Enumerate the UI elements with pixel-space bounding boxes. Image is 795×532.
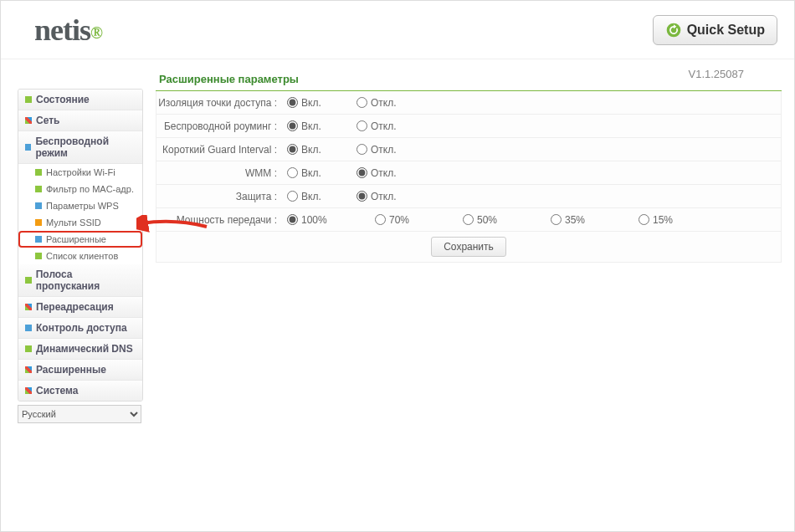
menu-icon [25,117,32,124]
radio-power[interactable]: 70% [375,214,429,226]
sidebar-item[interactable]: Полоса пропускания [18,264,142,297]
radio-power[interactable]: 15% [639,214,693,226]
menu-label: Состояние [36,94,90,105]
radio-off[interactable]: Откл. [356,120,411,132]
field-label: Мощность передачи : [156,214,282,226]
sidebar-subitem[interactable]: Фильтр по MAC-адр. [18,181,142,197]
radio-on[interactable]: Вкл. [287,120,341,132]
menu-label: Полоса пропускания [36,269,136,292]
quick-setup-button[interactable]: Quick Setup [653,15,777,45]
content-panel: Расширенные параметры Изоляция точки дос… [143,59,794,531]
menu-icon [35,219,42,226]
menu-label: Сеть [36,115,59,126]
sidebar-item[interactable]: Динамический DNS [18,339,142,360]
menu-icon [35,202,42,209]
radio-power[interactable]: 50% [463,214,517,226]
field-label: Изоляция точки доступа : [156,97,282,109]
menu-icon [25,96,32,103]
menu-icon [25,325,32,331]
radio-on[interactable]: Вкл. [287,144,341,156]
sidebar-item[interactable]: Контроль доступа [18,318,142,339]
sidebar-subitem[interactable]: Список клиентов [18,248,142,264]
field-label: WMM : [156,167,282,179]
save-button[interactable]: Сохранить [431,237,506,257]
menu-label: Расширенные [36,364,106,376]
sidebar-item[interactable]: Расширенные [18,360,142,381]
menu-icon [35,253,42,259]
brand-logo: netis® [34,13,102,48]
radio-off[interactable]: Откл. [356,97,411,109]
radio-power[interactable]: 35% [551,214,605,226]
sidebar-subitem[interactable]: Мульти SSID [18,214,142,231]
sidebar: СостояниеСетьБеспроводной режимНастройки… [1,59,143,531]
radio-off[interactable]: Откл. [356,191,411,202]
version-text: V1.1.25087 [688,68,744,80]
field-label: Защита : [156,191,282,202]
menu-icon [25,366,32,373]
radio-on[interactable]: Вкл. [287,167,341,179]
menu-icon [35,236,42,243]
sidebar-item[interactable]: Состояние [18,90,142,110]
submenu-label: Мульти SSID [46,217,101,228]
sidebar-item[interactable]: Система [18,381,142,401]
menu-icon [25,144,31,151]
submenu-label: Настройки Wi-Fi [46,167,115,177]
menu-label: Беспроводной режим [35,136,136,159]
sidebar-item[interactable]: Сеть [18,110,142,131]
sidebar-subitem[interactable]: Настройки Wi-Fi [18,164,142,181]
menu-label: Система [36,385,79,396]
radio-off[interactable]: Откл. [356,167,411,179]
sidebar-subitem[interactable]: Расширенные [18,231,142,248]
radio-on[interactable]: Вкл. [287,191,341,202]
sidebar-item[interactable]: Беспроводной режим [18,131,142,164]
field-label: Беспроводной роуминг : [156,120,282,132]
language-select[interactable]: Русский [18,405,141,423]
menu-icon [25,277,32,284]
radio-off[interactable]: Откл. [356,144,411,156]
menu-icon [35,169,42,176]
menu-icon [25,345,32,352]
field-label: Короткий Guard Interval : [156,144,282,156]
radio-power[interactable]: 100% [287,214,341,226]
submenu-label: Фильтр по MAC-адр. [46,184,134,194]
menu-label: Переадресация [36,301,114,313]
menu-label: Контроль доступа [36,322,127,334]
menu-icon [25,387,32,394]
submenu-label: Расширенные [46,234,106,244]
sidebar-subitem[interactable]: Параметры WPS [18,197,142,214]
radio-on[interactable]: Вкл. [287,97,341,109]
sidebar-item[interactable]: Переадресация [18,297,142,318]
submenu-label: Список клиентов [46,251,118,261]
menu-label: Динамический DNS [36,343,133,355]
submenu-label: Параметры WPS [46,201,119,211]
menu-icon [35,186,42,192]
refresh-icon [665,22,682,38]
menu-icon [25,304,32,310]
